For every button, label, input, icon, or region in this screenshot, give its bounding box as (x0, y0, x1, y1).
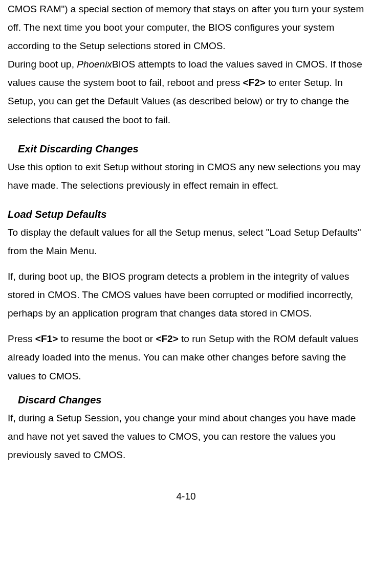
page-content: CMOS RAM") a special section of memory t… (8, 0, 364, 506)
paragraph-cmos-ram: CMOS RAM") a special section of memory t… (8, 0, 364, 55)
heading-load-setup-defaults: Load Setup Defaults (8, 205, 364, 223)
key-f2: <F2> (156, 333, 178, 344)
text: Press (8, 333, 35, 344)
text: During boot up, (8, 59, 77, 70)
heading-exit-discarding-changes: Exit Discarding Changes (18, 140, 364, 158)
heading-discard-changes: Discard Changes (18, 391, 364, 409)
key-f2: <F2> (243, 77, 265, 88)
page-number: 4-10 (8, 487, 364, 506)
paragraph-load-defaults-1: To display the default values for all th… (8, 223, 364, 260)
paragraph-load-defaults-3: Press <F1> to resume the boot or <F2> to… (8, 330, 364, 385)
text-phoenix: Phoenix (77, 59, 112, 70)
text: to resume the boot or (58, 333, 156, 344)
paragraph-bootup: During boot up, PhoenixBIOS attempts to … (8, 55, 364, 129)
key-f1: <F1> (35, 333, 58, 344)
paragraph-load-defaults-2: If, during boot up, the BIOS program det… (8, 267, 364, 323)
paragraph-exit-discarding: Use this option to exit Setup without st… (8, 158, 364, 195)
paragraph-discard-changes: If, during a Setup Session, you change y… (8, 409, 364, 464)
